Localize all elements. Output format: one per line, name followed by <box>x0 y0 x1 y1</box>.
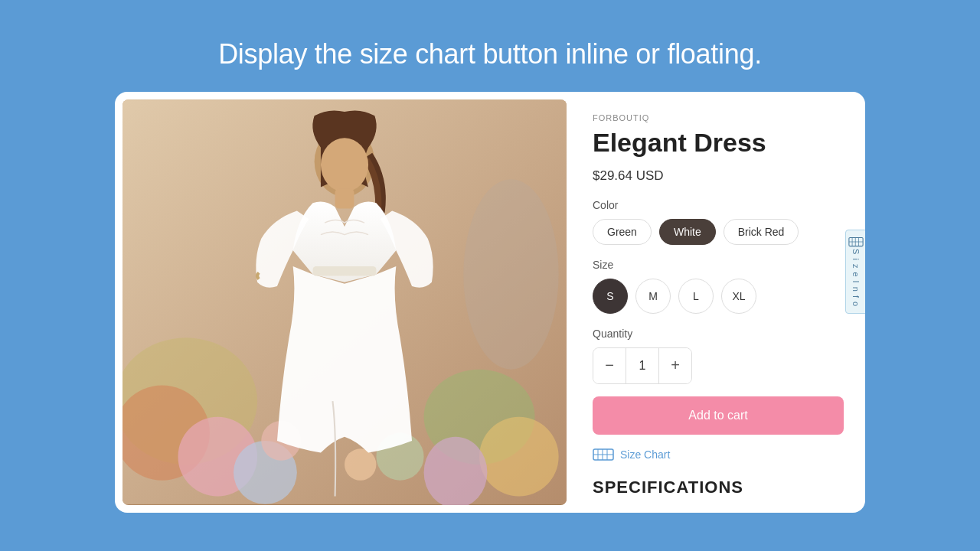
size-option-l[interactable]: L <box>678 279 714 314</box>
quantity-label: Quantity <box>593 328 844 340</box>
size-chart-icon <box>593 447 614 462</box>
floating-size-tab[interactable]: S i z e I n f o <box>845 230 865 314</box>
size-options: S M L XL <box>593 279 844 314</box>
product-card: FORBOUTIQ Elegant Dress $29.64 USD Color… <box>115 92 865 512</box>
product-image <box>122 99 567 504</box>
size-chart-label: Size Chart <box>620 448 670 461</box>
color-label: Color <box>593 199 844 211</box>
product-title: Elegant Dress <box>593 129 844 157</box>
svg-point-2 <box>463 179 558 370</box>
product-details: FORBOUTIQ Elegant Dress $29.64 USD Color… <box>574 92 865 512</box>
svg-point-12 <box>345 449 376 481</box>
floating-tab-label: S i z e I n f o <box>851 249 861 307</box>
product-price: $29.64 USD <box>593 168 844 184</box>
size-label: Size <box>593 259 844 271</box>
specifications-title: SPECIFICATIONS <box>593 478 844 497</box>
floating-tab-icon <box>848 236 864 247</box>
svg-rect-15 <box>335 189 354 209</box>
quantity-increase-button[interactable]: + <box>659 348 691 383</box>
color-option-green[interactable]: Green <box>593 219 652 245</box>
quantity-value: 1 <box>626 348 659 383</box>
color-option-brick-red[interactable]: Brick Red <box>724 219 799 245</box>
color-option-white[interactable]: White <box>659 219 716 245</box>
brand-label: FORBOUTIQ <box>593 113 844 122</box>
size-option-m[interactable]: M <box>635 279 671 314</box>
color-options: Green White Brick Red <box>593 219 844 245</box>
add-to-cart-button[interactable]: Add to cart <box>593 396 844 435</box>
size-option-xl[interactable]: XL <box>721 279 756 314</box>
size-chart-link[interactable]: Size Chart <box>593 447 844 462</box>
quantity-control: − 1 + <box>593 347 692 384</box>
svg-point-8 <box>479 417 559 497</box>
page-headline: Display the size chart button inline or … <box>218 38 762 70</box>
svg-point-14 <box>321 139 368 192</box>
quantity-decrease-button[interactable]: − <box>593 348 626 383</box>
svg-rect-16 <box>313 266 377 276</box>
size-option-s[interactable]: S <box>593 279 628 314</box>
